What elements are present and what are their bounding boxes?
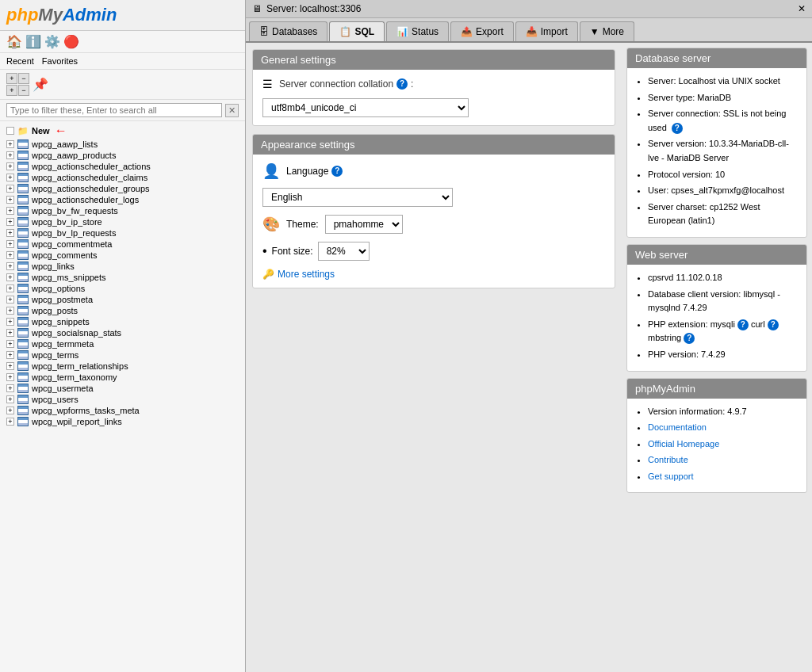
- db-name[interactable]: wpcg_usermeta: [32, 384, 94, 393]
- mbstring-help-icon[interactable]: ?: [684, 333, 695, 344]
- db-name[interactable]: wpcg_term_taxonomy: [32, 372, 117, 382]
- db-name[interactable]: wpcg_aawp_products: [32, 151, 116, 160]
- db-name[interactable]: wpcg_actionscheduler_logs: [32, 195, 139, 204]
- settings-icon[interactable]: ⚙️: [44, 34, 60, 49]
- new-database-item[interactable]: 📁 New ←: [0, 123, 245, 139]
- list-item[interactable]: + wpcg_usermeta: [0, 383, 245, 394]
- list-item[interactable]: + wpcg_snippets: [0, 316, 245, 327]
- contribute-link[interactable]: Contribute: [648, 455, 688, 464]
- db-name[interactable]: wpcg_postmeta: [32, 295, 93, 304]
- db-name[interactable]: wpcg_socialsnap_stats: [32, 328, 121, 338]
- list-item[interactable]: + wpcg_term_relationships: [0, 361, 245, 372]
- more-settings-link[interactable]: 🔑 More settings: [262, 269, 605, 280]
- db-name[interactable]: wpcg_termmeta: [32, 339, 94, 349]
- expand-all-button[interactable]: +: [6, 73, 17, 84]
- list-item[interactable]: + wpcg_bv_fw_requests: [0, 205, 245, 216]
- list-item: Server charset: cp1252 West European (la…: [648, 200, 799, 228]
- tab-export[interactable]: 📤 Export: [450, 21, 514, 41]
- db-name[interactable]: wpcg_wpforms_tasks_meta: [32, 406, 140, 415]
- db-name[interactable]: wpcg_aawp_lists: [32, 139, 98, 149]
- new-database-icon: 📁: [17, 126, 29, 136]
- new-database-label[interactable]: New: [32, 126, 50, 136]
- db-name[interactable]: wpcg_options: [32, 284, 85, 293]
- tab-sql[interactable]: 📋 SQL: [329, 21, 385, 41]
- list-item[interactable]: + wpcg_aawp_products: [0, 150, 245, 161]
- list-item[interactable]: + wpcg_actionscheduler_groups: [0, 183, 245, 194]
- language-help-icon[interactable]: ?: [331, 166, 343, 177]
- table-icon: [17, 339, 29, 349]
- collapse-all-button[interactable]: −: [18, 73, 29, 84]
- db-name[interactable]: wpcg_users: [32, 395, 79, 404]
- list-item[interactable]: + wpcg_termmeta: [0, 338, 245, 349]
- db-name[interactable]: wpcg_comments: [32, 250, 98, 260]
- collation-select[interactable]: utf8mb4_unicode_ci utf8_general_ci latin…: [262, 98, 469, 117]
- clear-filter-button[interactable]: ✕: [225, 104, 239, 117]
- font-size-label: Font size:: [272, 246, 313, 257]
- tab-more[interactable]: ▼ More: [580, 21, 634, 41]
- curl-help-icon[interactable]: ?: [768, 319, 779, 330]
- tab-status[interactable]: 📊 Status: [386, 21, 449, 41]
- list-item[interactable]: + wpcg_wpil_report_links: [0, 416, 245, 427]
- expand-icon: +: [6, 418, 14, 426]
- db-name[interactable]: wpcg_links: [32, 262, 75, 271]
- list-item[interactable]: + wpcg_actionscheduler_actions: [0, 161, 245, 172]
- db-name[interactable]: wpcg_bv_fw_requests: [32, 206, 118, 216]
- table-icon: [17, 173, 29, 182]
- db-name[interactable]: wpcg_actionscheduler_groups: [32, 184, 150, 193]
- list-item[interactable]: + wpcg_ms_snippets: [0, 272, 245, 283]
- list-item[interactable]: + wpcg_terms: [0, 349, 245, 361]
- db-name[interactable]: wpcg_posts: [32, 306, 78, 315]
- list-item[interactable]: + wpcg_commentmeta: [0, 239, 245, 250]
- db-name[interactable]: wpcg_terms: [32, 350, 79, 360]
- list-item[interactable]: + wpcg_bv_lp_requests: [0, 227, 245, 239]
- filter-input[interactable]: [6, 103, 222, 117]
- db-name[interactable]: wpcg_commentmeta: [32, 239, 113, 249]
- db-name[interactable]: wpcg_wpil_report_links: [32, 417, 122, 426]
- list-item[interactable]: + wpcg_links: [0, 261, 245, 272]
- font-size-select[interactable]: 82% 100% 120%: [318, 242, 370, 261]
- expand-icon: +: [6, 284, 14, 292]
- support-link[interactable]: Get support: [648, 472, 693, 481]
- pin-icon[interactable]: 📌: [33, 77, 48, 92]
- favorites-link[interactable]: Favorites: [42, 56, 78, 66]
- tab-databases[interactable]: 🗄 Databases: [249, 21, 327, 41]
- collapse-level-button[interactable]: −: [18, 85, 29, 96]
- db-name[interactable]: wpcg_term_relationships: [32, 361, 128, 371]
- list-item[interactable]: + wpcg_actionscheduler_logs: [0, 194, 245, 205]
- db-name[interactable]: wpcg_actionscheduler_actions: [32, 162, 151, 171]
- tab-import[interactable]: 📥 Import: [515, 21, 578, 41]
- list-item[interactable]: + wpcg_aawp_lists: [0, 139, 245, 150]
- home-icon[interactable]: 🏠: [6, 34, 22, 49]
- db-name[interactable]: wpcg_snippets: [32, 317, 90, 326]
- mysqli-help-icon[interactable]: ?: [737, 319, 749, 330]
- db-name[interactable]: wpcg_bv_ip_store: [32, 217, 102, 227]
- list-item[interactable]: + wpcg_socialsnap_stats: [0, 327, 245, 338]
- theme-select[interactable]: pmahomme original: [325, 215, 403, 234]
- collation-help-icon[interactable]: ?: [396, 78, 408, 90]
- arrow-indicator: ←: [55, 124, 67, 138]
- expand-icon: +: [6, 262, 14, 270]
- exit-icon[interactable]: 🔴: [63, 34, 79, 49]
- list-item[interactable]: + wpcg_term_taxonomy: [0, 372, 245, 383]
- db-name[interactable]: wpcg_bv_lp_requests: [32, 228, 116, 238]
- close-icon[interactable]: ✕: [798, 3, 806, 14]
- homepage-link[interactable]: Official Homepage: [648, 439, 719, 449]
- list-item[interactable]: + wpcg_posts: [0, 305, 245, 316]
- list-item[interactable]: + wpcg_comments: [0, 250, 245, 261]
- list-item[interactable]: + wpcg_postmeta: [0, 294, 245, 305]
- list-item[interactable]: + wpcg_wpforms_tasks_meta: [0, 405, 245, 416]
- list-item: Database client version: libmysql - mysq…: [648, 288, 799, 315]
- list-item: User: cpses_alt7kpmxfg@localhost: [648, 184, 799, 198]
- list-item[interactable]: + wpcg_bv_ip_store: [0, 216, 245, 227]
- ssl-help-icon[interactable]: ?: [672, 123, 683, 134]
- list-item[interactable]: + wpcg_options: [0, 283, 245, 294]
- db-name[interactable]: wpcg_ms_snippets: [32, 273, 106, 282]
- recent-link[interactable]: Recent: [6, 56, 34, 66]
- db-name[interactable]: wpcg_actionscheduler_claims: [32, 173, 147, 182]
- expand-level-button[interactable]: +: [6, 85, 17, 96]
- list-item[interactable]: + wpcg_actionscheduler_claims: [0, 172, 245, 183]
- language-select[interactable]: English French German Spanish: [262, 188, 453, 207]
- list-item[interactable]: + wpcg_users: [0, 394, 245, 405]
- documentation-link[interactable]: Documentation: [648, 422, 707, 432]
- info-icon[interactable]: ℹ️: [25, 34, 41, 49]
